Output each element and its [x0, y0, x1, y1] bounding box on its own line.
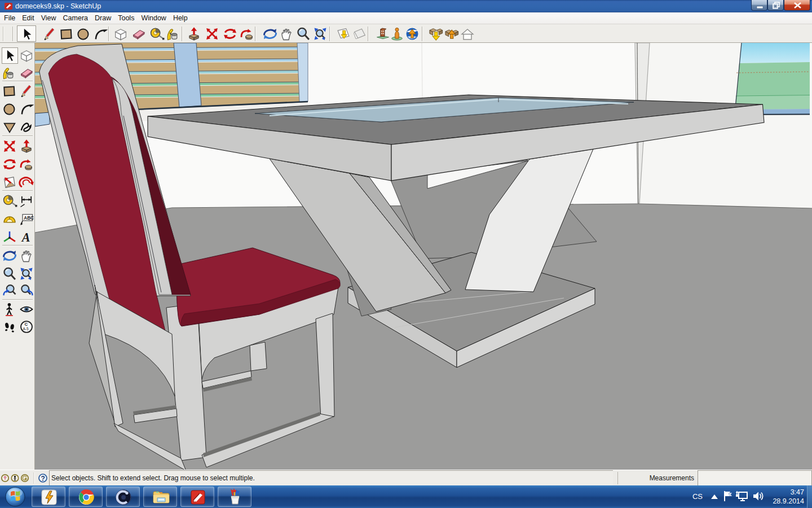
svg-text:?: ? [41, 475, 45, 483]
